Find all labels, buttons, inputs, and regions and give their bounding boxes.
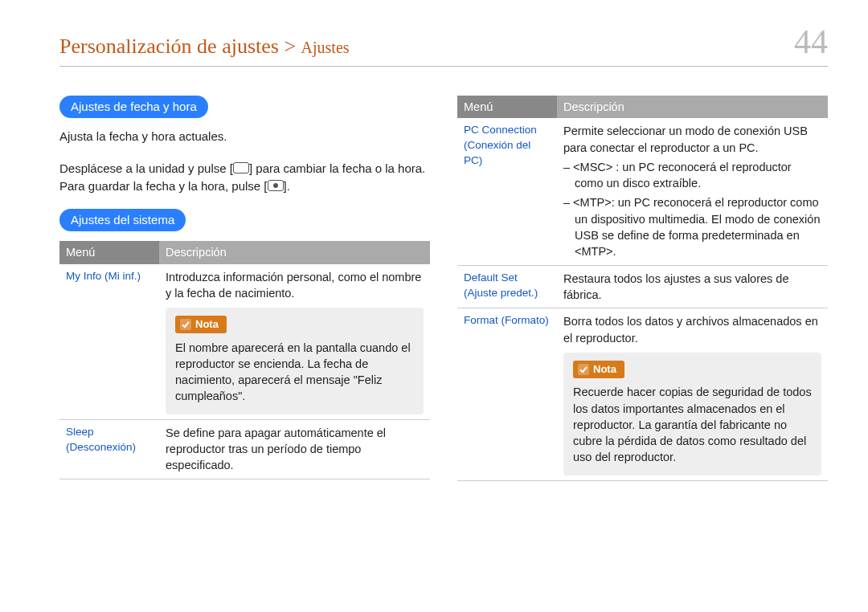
table-row: Default Set (Ajuste predet.) Restaura to…: [457, 265, 828, 308]
note-box: Nota El nombre aparecerá en la pantalla …: [166, 308, 424, 414]
key-icon-empty: [233, 162, 249, 173]
menu-cell-sleep: Sleep (Desconexión): [59, 419, 159, 479]
page-header: Personalización de ajustes > Ajustes 44: [59, 22, 828, 67]
table-row: Format (Formato) Borra todos los datos y…: [457, 308, 828, 480]
left-column: Ajustes de fecha y hora Ajusta la fecha …: [59, 96, 430, 481]
page-number: 44: [794, 22, 828, 61]
section-pill-system: Ajustes del sistema: [59, 209, 186, 231]
desc-cell-pcconn: Permite seleccionar un modo de conexión …: [557, 118, 828, 265]
table-header-desc: Descripción: [159, 241, 430, 263]
system-table-right: Menú Descripción PC Connection (Conexión…: [457, 96, 828, 481]
table-row: My Info (Mi inf.) Introduzca información…: [59, 264, 430, 420]
desc-cell-default: Restaura todos los ajustes a sus valores…: [557, 265, 828, 308]
menu-cell-myinfo: My Info (Mi inf.): [59, 264, 159, 420]
note-check-icon: [180, 319, 191, 330]
datetime-intro: Ajusta la fecha y hora actuales.: [59, 128, 430, 145]
note-box: Nota Recuerde hacer copias de seguridad …: [563, 353, 821, 475]
svg-rect-0: [180, 319, 191, 330]
table-header-desc: Descripción: [557, 96, 828, 118]
breadcrumb-sub: Ajustes: [301, 39, 350, 56]
table-row: Sleep (Desconexión) Se define para apaga…: [59, 419, 430, 479]
table-row: PC Connection (Conexión del PC) Permite …: [457, 118, 828, 265]
menu-cell-format: Format (Formato): [457, 308, 557, 480]
desc-cell-format: Borra todos los datos y archivos almacen…: [557, 308, 828, 480]
key-icon-dot: [268, 180, 284, 191]
note-tag: Nota: [175, 316, 227, 333]
breadcrumb: Personalización de ajustes > Ajustes: [59, 35, 350, 59]
table-header-menu: Menú: [59, 241, 159, 263]
system-table: Menú Descripción My Info (Mi inf.) Intro…: [59, 241, 430, 479]
note-check-icon: [578, 364, 589, 375]
menu-cell-pcconn: PC Connection (Conexión del PC): [457, 118, 557, 265]
note-tag: Nota: [573, 361, 624, 378]
right-column: Menú Descripción PC Connection (Conexión…: [457, 96, 828, 481]
menu-cell-default: Default Set (Ajuste predet.): [457, 265, 557, 308]
section-pill-datetime: Ajustes de fecha y hora: [59, 96, 208, 118]
table-header-menu: Menú: [457, 96, 557, 118]
svg-rect-1: [578, 364, 589, 375]
breadcrumb-main: Personalización de ajustes >: [59, 35, 296, 58]
desc-cell-myinfo: Introduzca información personal, como el…: [159, 264, 430, 420]
desc-cell-sleep: Se define para apagar automáticamente el…: [159, 419, 430, 479]
datetime-instruction: Desplácese a la unidad y pulse [] para c…: [59, 160, 430, 195]
